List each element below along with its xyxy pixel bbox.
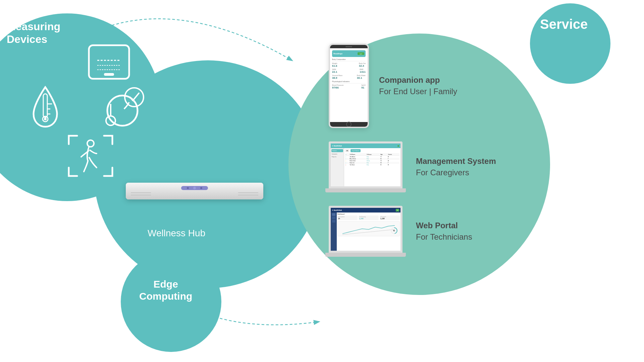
web-portal-item: ⚕ HealthHub ▶: [329, 206, 557, 257]
svg-point-21: [193, 187, 196, 189]
management-system-item: ⚕ HealthHub Patients Schedule Reports: [329, 141, 557, 192]
measuring-icons-area: [13, 40, 161, 168]
companion-app-item: Readings sync Body Composition Weight 61…: [329, 44, 557, 128]
thermometer-icon: [27, 84, 64, 132]
laptop-base: [325, 188, 406, 192]
svg-text:81: 81: [393, 230, 395, 232]
svg-rect-18: [126, 183, 263, 199]
measuring-devices-label: Measuring Devices: [7, 20, 60, 46]
management-system-text: Management System For Caregivers: [416, 156, 496, 178]
service-content-area: Readings sync Body Composition Weight 61…: [329, 44, 557, 270]
svg-rect-7: [43, 94, 47, 117]
portal-screen: ⚕ HealthHub ▶: [329, 206, 402, 253]
svg-rect-6: [104, 73, 114, 76]
svg-point-12: [44, 118, 47, 120]
walking-person-icon: [67, 134, 114, 179]
laptop-screen: ⚕ HealthHub Patients Schedule Reports: [329, 141, 402, 188]
portal-base: [325, 253, 406, 257]
service-label: Service: [540, 17, 588, 32]
phone-screen: Readings sync Body Composition Weight 61…: [330, 48, 368, 122]
wellness-hub-device: [124, 178, 258, 206]
wellness-hub-label: Wellness Hub: [148, 228, 205, 239]
phone-mockup: Readings sync Body Composition Weight 61…: [329, 44, 369, 128]
edge-computing-label: Edge Computing: [139, 278, 192, 302]
svg-point-20: [187, 187, 189, 189]
companion-app-text: Companion app For End User | Family: [379, 74, 457, 97]
blood-pressure-icon: [101, 84, 148, 132]
svg-point-16: [87, 140, 94, 147]
svg-point-22: [200, 187, 202, 189]
laptop-mockup: ⚕ HealthHub Patients Schedule Reports: [329, 141, 406, 192]
main-scene: Measuring Devices: [0, 0, 644, 362]
portal-mockup: ⚕ HealthHub ▶: [329, 206, 406, 257]
scale-icon: [87, 44, 131, 82]
web-portal-text: Web Portal For Technicians: [416, 220, 472, 242]
